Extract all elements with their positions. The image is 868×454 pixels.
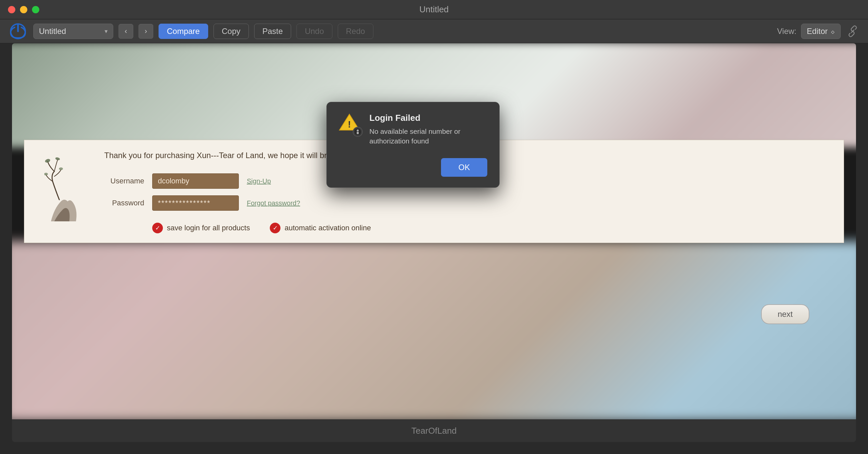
document-dropdown[interactable]: Untitled ▾ [33, 24, 113, 39]
copy-button[interactable]: Copy [214, 24, 249, 39]
window-title: Untitled [420, 4, 448, 14]
password-input[interactable]: *************** [152, 195, 239, 211]
editor-label: Editor [807, 27, 828, 36]
footer-title: TearOfLand [411, 426, 457, 436]
footer-bar: TearOfLand [12, 419, 856, 442]
auto-activate-check-icon: ✓ [270, 223, 280, 233]
alert-footer: OK [339, 158, 487, 177]
paste-button[interactable]: Paste [254, 24, 291, 39]
svg-point-5 [59, 167, 63, 170]
back-button[interactable]: ‹ [119, 24, 133, 39]
password-row: Password *************** Forgot password… [104, 195, 824, 211]
ok-button[interactable]: OK [441, 158, 487, 177]
auto-activate-label: automatic activation online [284, 224, 371, 232]
signup-link[interactable]: Sign-Up [247, 177, 271, 185]
toolbar: Untitled ▾ ‹ › Compare Copy Paste Undo R… [0, 19, 868, 43]
save-login-check-icon: ✓ [152, 223, 163, 233]
badge-icon [353, 127, 363, 137]
minimize-button[interactable] [20, 6, 27, 13]
close-button[interactable] [8, 6, 15, 13]
next-button[interactable]: next [761, 304, 809, 324]
save-login-checkbox[interactable]: ✓ save login for all products [152, 223, 250, 233]
svg-point-9 [357, 129, 359, 131]
view-section: View: Editor ⬦ [777, 24, 860, 39]
forward-button[interactable]: › [138, 24, 153, 39]
svg-rect-10 [357, 132, 359, 134]
power-icon[interactable] [8, 21, 28, 41]
titlebar: Untitled [0, 0, 868, 19]
undo-button[interactable]: Undo [297, 24, 332, 39]
link-icon[interactable] [845, 24, 860, 39]
alert-text-block: Login Failed No available serial number … [369, 113, 487, 146]
save-login-label: save login for all products [167, 224, 250, 232]
view-dropdown-icon: ⬦ [830, 27, 835, 36]
view-label: View: [777, 27, 796, 36]
background-bottom [12, 241, 856, 421]
svg-point-4 [44, 173, 48, 175]
view-dropdown[interactable]: Editor ⬦ [801, 24, 841, 39]
redo-button[interactable]: Redo [338, 24, 373, 39]
auto-activate-checkbox[interactable]: ✓ automatic activation online [270, 223, 371, 233]
password-label: Password [104, 199, 144, 207]
maximize-button[interactable] [32, 6, 39, 13]
document-name: Untitled [39, 27, 66, 36]
alert-message: No available serial number or authorizat… [369, 127, 487, 146]
alert-dialog: ! Login Failed No available serial numbe… [327, 102, 500, 188]
svg-text:!: ! [348, 119, 351, 129]
username-label: Username [104, 177, 144, 185]
traffic-lights [8, 6, 39, 13]
ink-painting [44, 148, 84, 235]
dropdown-arrow-icon: ▾ [104, 28, 107, 35]
username-input[interactable]: dcolomby [152, 173, 239, 189]
compare-button[interactable]: Compare [159, 24, 208, 39]
checkbox-row: ✓ save login for all products ✓ automati… [104, 223, 824, 233]
alert-title: Login Failed [369, 113, 487, 123]
forgot-password-link[interactable]: Forgot password? [247, 199, 300, 207]
alert-icon: ! [339, 113, 363, 137]
alert-header: ! Login Failed No available serial numbe… [339, 113, 487, 146]
svg-point-3 [55, 157, 60, 160]
